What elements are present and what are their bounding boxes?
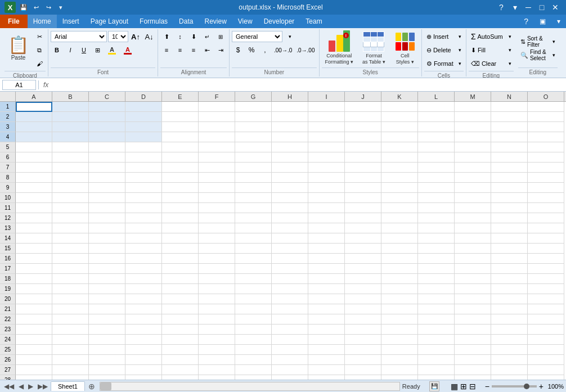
row-num-17[interactable]: 17 — [0, 264, 16, 274]
cell-F23[interactable] — [199, 325, 235, 335]
cell-J16[interactable] — [345, 254, 381, 264]
row-num-19[interactable]: 19 — [0, 284, 16, 294]
save-quick-btn[interactable]: 💾 — [18, 2, 29, 13]
cell-B22[interactable] — [52, 314, 89, 325]
row-num-20[interactable]: 20 — [0, 294, 16, 304]
cell-O10[interactable] — [528, 193, 564, 203]
cell-I9[interactable] — [308, 183, 345, 193]
cell-L8[interactable] — [418, 173, 455, 183]
cell-G24[interactable] — [235, 335, 272, 345]
data-menu[interactable]: Data — [173, 15, 199, 28]
insert-menu[interactable]: Insert — [57, 15, 85, 28]
ribbon-collapse-btn[interactable]: ▾ — [509, 2, 521, 13]
cell-J5[interactable] — [345, 142, 381, 152]
row-num-5[interactable]: 5 — [0, 142, 16, 152]
review-menu[interactable]: Review — [199, 15, 232, 28]
cell-I7[interactable] — [308, 163, 345, 173]
cell-N2[interactable] — [491, 112, 528, 122]
cell-F24[interactable] — [199, 335, 235, 345]
cell-A21[interactable] — [16, 304, 52, 314]
cell-O22[interactable] — [528, 314, 564, 325]
format-cells-btn[interactable]: ⚙ Format ▾ — [424, 57, 464, 70]
cell-O28[interactable] — [528, 375, 564, 380]
cell-J24[interactable] — [345, 335, 381, 345]
cell-N11[interactable] — [491, 203, 528, 213]
cell-B1[interactable] — [52, 102, 89, 112]
cell-L4[interactable] — [418, 132, 455, 142]
cell-K14[interactable] — [381, 233, 418, 244]
cell-H19[interactable] — [272, 284, 308, 294]
row-num-16[interactable]: 16 — [0, 254, 16, 264]
cell-N7[interactable] — [491, 163, 528, 173]
cell-K23[interactable] — [381, 325, 418, 335]
cell-A10[interactable] — [16, 193, 52, 203]
cell-L7[interactable] — [418, 163, 455, 173]
cell-B11[interactable] — [52, 203, 89, 213]
cell-G13[interactable] — [235, 223, 272, 233]
cell-E6[interactable] — [162, 152, 199, 163]
cell-H2[interactable] — [272, 112, 308, 122]
cell-H28[interactable] — [272, 375, 308, 380]
col-header-J[interactable]: J — [345, 92, 381, 101]
cell-E24[interactable] — [162, 335, 199, 345]
cell-L24[interactable] — [418, 335, 455, 345]
share-options[interactable]: ▣ — [534, 15, 551, 28]
cell-F17[interactable] — [199, 264, 235, 274]
cell-H26[interactable] — [272, 355, 308, 365]
cell-L13[interactable] — [418, 223, 455, 233]
cell-D3[interactable] — [125, 122, 162, 132]
cell-H22[interactable] — [272, 314, 308, 325]
cell-E5[interactable] — [162, 142, 199, 152]
cell-E23[interactable] — [162, 325, 199, 335]
col-header-M[interactable]: M — [455, 92, 491, 101]
cell-M18[interactable] — [455, 274, 491, 284]
decrease-font-btn[interactable]: A↓ — [143, 30, 155, 43]
cell-I10[interactable] — [308, 193, 345, 203]
cell-I20[interactable] — [308, 294, 345, 304]
row-num-1[interactable]: 1 — [0, 102, 16, 112]
font-name-select[interactable]: Arial — [51, 31, 107, 42]
cell-H11[interactable] — [272, 203, 308, 213]
cell-M3[interactable] — [455, 122, 491, 132]
cell-F27[interactable] — [199, 365, 235, 375]
cell-F19[interactable] — [199, 284, 235, 294]
cell-J7[interactable] — [345, 163, 381, 173]
cell-B8[interactable] — [52, 173, 89, 183]
cell-I27[interactable] — [308, 365, 345, 375]
cell-J19[interactable] — [345, 284, 381, 294]
col-header-A[interactable]: A — [16, 92, 52, 101]
col-header-K[interactable]: K — [381, 92, 418, 101]
cell-M2[interactable] — [455, 112, 491, 122]
autosum-btn[interactable]: Σ AutoSum ▾ — [469, 30, 514, 43]
cell-B2[interactable] — [52, 112, 89, 122]
underline-btn[interactable]: U — [78, 44, 90, 56]
undo-quick-btn[interactable]: ↩ — [30, 2, 42, 13]
cell-B4[interactable] — [52, 132, 89, 142]
cell-K6[interactable] — [381, 152, 418, 163]
cell-C18[interactable] — [89, 274, 125, 284]
cell-G7[interactable] — [235, 163, 272, 173]
cell-J1[interactable] — [345, 102, 381, 112]
sheet-tab-sheet1[interactable]: Sheet1 — [51, 381, 85, 391]
find-select-btn[interactable]: 🔍 Find &Select ▾ — [518, 49, 558, 61]
cell-E10[interactable] — [162, 193, 199, 203]
cell-O16[interactable] — [528, 254, 564, 264]
cell-A1[interactable] — [16, 102, 52, 112]
number-format-select[interactable]: General Number Currency Percentage — [232, 31, 282, 42]
sheet-back-btn[interactable]: ◀ — [17, 382, 25, 390]
clear-dropdown[interactable]: ▾ — [509, 61, 511, 66]
cell-K1[interactable] — [381, 102, 418, 112]
decrease-indent-btn[interactable]: ⇤ — [201, 44, 213, 56]
cell-M27[interactable] — [455, 365, 491, 375]
cell-E8[interactable] — [162, 173, 199, 183]
cell-I16[interactable] — [308, 254, 345, 264]
cell-L1[interactable] — [418, 102, 455, 112]
cell-D16[interactable] — [125, 254, 162, 264]
cell-L21[interactable] — [418, 304, 455, 314]
col-header-C[interactable]: C — [89, 92, 125, 101]
cell-D26[interactable] — [125, 355, 162, 365]
cell-K3[interactable] — [381, 122, 418, 132]
cell-A25[interactable] — [16, 345, 52, 355]
cell-H16[interactable] — [272, 254, 308, 264]
cell-N3[interactable] — [491, 122, 528, 132]
